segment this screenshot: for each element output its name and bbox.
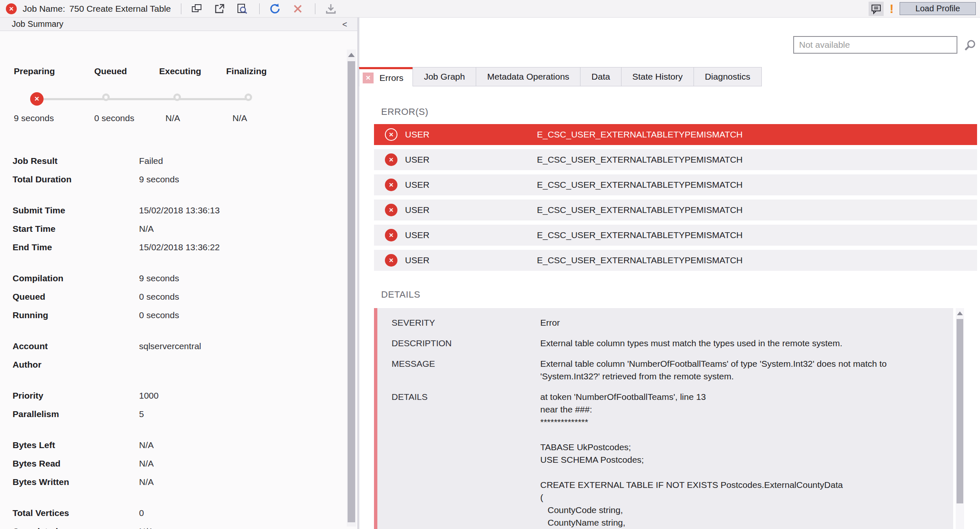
kv-label: Bytes Left [13,440,139,450]
error-circle-x-icon: ✕ [385,204,397,216]
scroll-up-arrow-icon[interactable] [348,53,355,57]
job-summary-header: Job Summary < [0,18,357,31]
open-external-icon[interactable] [212,2,227,16]
collapse-panel-icon[interactable]: < [342,18,347,31]
error-x-icon: ✕ [363,73,374,83]
job-summary-title: Job Summary [12,19,63,29]
kv-label: End Time [13,242,139,252]
duplicate-window-icon[interactable] [190,2,204,16]
detail-value: at token 'NumberOfFootballTeams', line 1… [540,391,936,529]
job-name-label: Job Name: [23,4,65,14]
kv-row-completed: CompletedN/A [13,522,357,529]
kv-row-parallelism: Parallelism5 [13,405,357,423]
kv-value: 5 [139,409,144,419]
tab-errors[interactable]: ✕ Errors [359,67,413,86]
kv-row-end-time: End Time15/02/2018 13:36:22 [13,238,357,257]
tab-label: Job Graph [424,72,465,82]
kv-value: N/A [139,440,154,450]
load-profile-button[interactable]: Load Profile [900,2,976,15]
stage-time-preparing: 9 seconds [14,113,54,123]
kv-label: Start Time [13,224,139,234]
kv-row-running: Running0 seconds [13,306,357,324]
kv-value: 0 [139,508,144,518]
kv-row-queued: Queued0 seconds [13,288,357,306]
error-row[interactable]: ✕ USER E_CSC_USER_EXTERNALTABLETYPEMISMA… [374,124,977,145]
detail-row-description: DESCRIPTION External table column types … [392,337,936,350]
stage-failed-icon: ✕ [30,92,44,106]
left-panel-scrollbar[interactable] [347,49,356,526]
search-input[interactable] [793,36,957,54]
kv-value: 9 seconds [139,174,179,184]
stage-time-queued: 0 seconds [94,113,134,123]
download-icon[interactable] [324,2,338,16]
job-summary-details: Job ResultFailed Total Duration9 seconds… [13,152,357,529]
scroll-up-arrow-icon[interactable] [957,311,963,315]
kv-row-account: Accountsqlservercentral [13,337,357,355]
magnifier-icon[interactable] [962,38,977,53]
error-row[interactable]: ✕ USER E_CSC_USER_EXTERNALTABLETYPEMISMA… [374,225,977,246]
tab-diagnostics[interactable]: Diagnostics [694,67,762,86]
error-code: E_CSC_USER_EXTERNALTABLETYPEMISMATCH [537,130,977,140]
kv-value: Failed [139,156,163,166]
stage-time-finalizing: N/A [232,113,247,123]
detail-value: External table column types must match t… [540,337,936,350]
error-circle-x-icon: ✕ [385,179,397,191]
error-code: E_CSC_USER_EXTERNALTABLETYPEMISMATCH [537,155,977,165]
zoom-document-icon[interactable] [235,2,249,16]
error-details-panel: SEVERITY Error DESCRIPTION External tabl… [374,308,953,529]
kv-value: N/A [139,459,154,469]
tab-state-history[interactable]: State History [621,67,694,86]
tab-metadata-operations[interactable]: Metadata Operations [476,67,580,86]
error-row[interactable]: ✕ USER E_CSC_USER_EXTERNALTABLETYPEMISMA… [374,250,977,271]
job-failed-status-icon: ✕ [6,3,17,14]
error-source: USER [405,205,537,215]
job-summary-body: Preparing Queued Executing Finalizing ✕ … [0,31,357,529]
stage-label-queued: Queued [94,66,127,76]
error-list: ✕ USER E_CSC_USER_EXTERNALTABLETYPEMISMA… [374,124,977,275]
tab-label: Diagnostics [705,72,750,82]
cancel-icon[interactable] [291,2,305,16]
kv-label: Priority [13,391,139,401]
alert-exclamation-icon: ! [890,2,894,16]
stepper-track [37,98,251,100]
kv-row-author: Author [13,355,357,374]
kv-label: Compilation [13,273,139,283]
toolbar: ✕ Job Name: 750 Create External Table ! … [0,0,980,18]
error-code: E_CSC_USER_EXTERNALTABLETYPEMISMATCH [537,205,977,215]
error-circle-x-icon: ✕ [385,229,397,241]
detail-label: MESSAGE [392,358,540,383]
error-source: USER [405,255,537,265]
error-source: USER [405,180,537,190]
scrollbar-thumb[interactable] [957,319,963,503]
tab-job-graph[interactable]: Job Graph [413,67,476,86]
kv-row-total-vertices: Total Vertices0 [13,504,357,522]
detail-row-severity: SEVERITY Error [392,316,936,329]
error-row[interactable]: ✕ USER E_CSC_USER_EXTERNALTABLETYPEMISMA… [374,149,977,170]
stage-pending-icon [245,93,252,101]
kv-value: 0 seconds [139,292,179,302]
kv-label: Job Result [13,156,139,166]
error-row[interactable]: ✕ USER E_CSC_USER_EXTERNALTABLETYPEMISMA… [374,174,977,195]
error-source: USER [405,130,537,140]
scrollbar-thumb[interactable] [348,61,355,522]
error-circle-x-icon: ✕ [385,128,397,141]
detail-label: DESCRIPTION [392,337,540,350]
feedback-icon[interactable] [869,2,884,16]
job-detail-panel: ✕ Errors Job Graph Metadata Operations D… [359,18,980,529]
tab-data[interactable]: Data [580,67,621,86]
kv-label: Author [13,360,139,370]
job-name-value: 750 Create External Table [70,4,171,14]
details-scrollbar[interactable] [956,308,964,529]
error-source: USER [405,155,537,165]
kv-value: 15/02/2018 13:36:13 [139,205,220,215]
kv-row-bytes-read: Bytes ReadN/A [13,454,357,473]
kv-value: 9 seconds [139,273,179,283]
detail-row-details: DETAILS at token 'NumberOfFootballTeams'… [392,391,936,529]
error-code: E_CSC_USER_EXTERNALTABLETYPEMISMATCH [537,230,977,240]
stage-label-executing: Executing [159,66,201,76]
detail-label: SEVERITY [392,316,540,329]
error-row[interactable]: ✕ USER E_CSC_USER_EXTERNALTABLETYPEMISMA… [374,200,977,220]
detail-label: DETAILS [392,391,540,529]
error-circle-x-icon: ✕ [385,254,397,267]
refresh-icon[interactable] [268,2,282,16]
